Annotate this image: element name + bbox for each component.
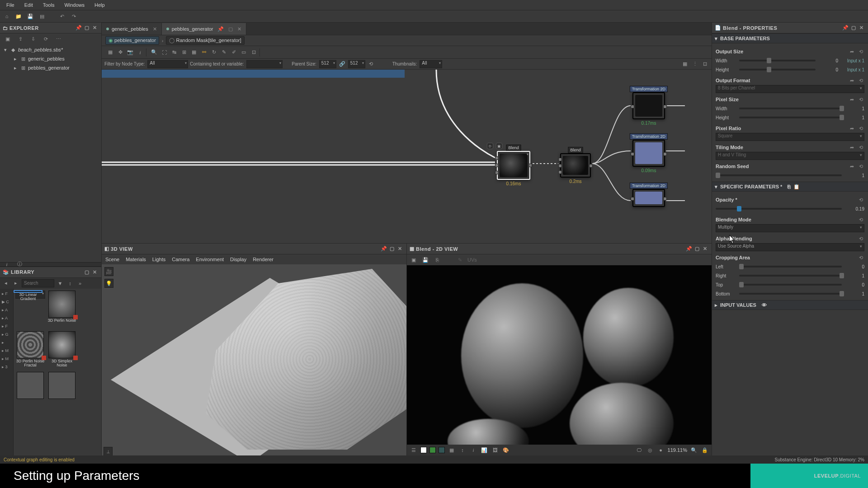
menu-edit[interactable]: Edit [20,1,38,9]
dot-icon[interactable]: ● [657,446,665,454]
reset-param-icon[interactable]: ⟲ [857,216,864,223]
grid-icon[interactable]: ▦ [190,48,198,56]
width-link[interactable]: Input x 1 [841,58,864,63]
lib-cat[interactable]: ▸ [0,338,13,347]
paste-params-icon[interactable]: 📋 [793,184,800,190]
crop-top-slider[interactable] [739,284,842,286]
filter-icon[interactable]: ▼ [56,279,64,287]
maximize-icon[interactable]: ▢ [83,24,90,32]
node-blend-selected[interactable]: D ▣ Blend 0.16ms [497,151,530,180]
view3d-menu-scene[interactable]: Scene [105,257,119,262]
fit-icon[interactable]: ⛶ [160,48,168,56]
copy-params-icon[interactable]: ⎘ [788,184,791,189]
tab-pebbles-generator[interactable]: pebbles_generator 📌 ▢ ✕ [162,23,247,35]
new-icon[interactable]: ▣ [410,256,418,264]
zoom-reset-icon[interactable]: 🔍 [690,446,698,454]
link-param-icon[interactable]: ➦ [848,77,855,84]
reset-param-icon[interactable]: ⟲ [857,96,864,103]
menu-file[interactable]: File [2,1,19,9]
maximize-icon[interactable]: ▢ [388,245,396,253]
thumb-select[interactable]: All [420,60,442,68]
export-icon[interactable]: ⇩ [29,35,37,43]
reset-param-icon[interactable]: ⟲ [857,235,864,242]
reset-size-icon[interactable]: ⟲ [367,60,375,68]
width-value[interactable]: 0 [818,58,838,63]
height-slider[interactable] [739,69,816,70]
link-param-icon[interactable]: ➦ [848,96,855,103]
node-pin-d-icon[interactable]: D [487,143,493,149]
menu-tools[interactable]: Tools [38,1,59,9]
view3d-viewport[interactable]: 🎥 💡 ⟂ [102,264,406,455]
color-icon[interactable]: 🎨 [502,446,510,454]
save-all-icon[interactable]: ▤ [38,12,46,20]
tree-root[interactable]: ▾◆ beach_pebbles.sbs* [0,45,101,54]
opacity-value[interactable]: 0.19 [844,206,864,211]
reset-param-icon[interactable]: ⟲ [857,144,864,151]
crop-bottom-slider[interactable] [739,293,842,295]
link-param-icon[interactable]: ➦ [848,163,855,170]
crop-top-value[interactable]: 0 [844,282,864,287]
pin-icon[interactable]: 📌 [685,245,693,253]
back-icon[interactable]: ◂ [2,279,10,287]
tree-item-generic[interactable]: ▸⊞ generic_pebbles [0,54,101,63]
popout-tab-icon[interactable]: ▢ [228,26,233,32]
ps-height-value[interactable]: 1 [844,115,864,120]
link-param-icon[interactable]: ➦ [848,125,855,132]
reset-param-icon[interactable]: ⟲ [857,125,864,132]
ps-width-value[interactable]: 1 [844,106,864,111]
link-size-icon[interactable]: 🔗 [338,60,346,68]
library-item[interactable] [15,372,45,411]
pin-icon[interactable]: 📌 [842,24,849,32]
crop-right-slider[interactable] [739,275,842,277]
more-icon[interactable]: ⋯ [54,35,62,43]
crop-icon[interactable]: ⊡ [250,48,258,56]
view3d-menu-lights[interactable]: Lights [152,257,165,262]
close-icon[interactable]: ✕ [396,245,404,253]
close-icon[interactable]: ✕ [702,245,709,253]
edit-icon[interactable]: ✐ [230,48,238,56]
paint-icon[interactable]: ✎ [456,256,464,264]
close-tab-icon[interactable]: ✕ [237,26,241,32]
lib-cat[interactable]: ▸ G [0,330,13,338]
light-side-icon[interactable]: 💡 [104,279,113,288]
pin-tab-icon[interactable]: 📌 [217,26,224,32]
sort-icon[interactable]: ↕ [66,279,74,287]
fwd-icon[interactable]: ▸ [12,279,20,287]
view3d-menu-environment[interactable]: Environment [196,257,224,262]
import-icon[interactable]: ⇪ [16,35,24,43]
link-icon[interactable]: ⟳ [42,35,50,43]
width-slider[interactable] [739,60,816,61]
link-param-icon[interactable]: ➦ [848,48,855,55]
new-pkg-icon[interactable]: ▣ [4,35,12,43]
picker-icon[interactable]: 🖼 [491,446,499,454]
more-icon[interactable]: » [76,279,84,287]
chip-teal[interactable] [439,447,445,453]
reset-param-icon[interactable]: ⟲ [857,254,864,261]
histogram-icon[interactable]: 📊 [480,446,488,454]
select-icon[interactable]: ▦ [106,48,114,56]
lib-cat[interactable]: ▸ M [0,355,13,363]
undo-icon[interactable]: ↶ [58,12,66,20]
opacity-slider[interactable] [716,208,842,210]
move-icon[interactable]: ✥ [116,48,124,56]
view3d-menu-display[interactable]: Display [230,257,246,262]
node-transformation[interactable]: Transformation 2D [632,189,665,207]
ruler-icon[interactable]: ↕ [458,446,467,454]
lib-cat[interactable]: ▸ 3 [0,363,13,371]
ps-width-slider[interactable] [739,108,842,109]
lib-cat[interactable]: ▸ A [0,314,13,322]
node-graph-canvas[interactable]: D ▣ Blend 0.16ms Blend 0.2ms Transformat… [102,70,712,243]
lib-cat[interactable]: ▶ C [0,298,13,306]
crop-left-slider[interactable] [739,266,842,267]
maximize-icon[interactable]: ▢ [850,24,857,32]
info-icon[interactable]: i [136,48,144,56]
copy-icon[interactable]: ⎘ [433,256,441,264]
camera-icon[interactable]: 📷 [126,48,134,56]
crop-left-value[interactable]: 0 [844,264,864,269]
crop-bottom-value[interactable]: 1 [844,291,864,296]
link-icon[interactable]: ⚯ [200,48,208,56]
random-seed-slider[interactable] [716,174,842,176]
specific-params-header[interactable]: ▾ SPECIFIC PARAMETERS * ⎘ 📋 [712,182,868,192]
axis-icon[interactable]: ⟂ [104,447,113,455]
menu-windows[interactable]: Windows [60,1,89,9]
